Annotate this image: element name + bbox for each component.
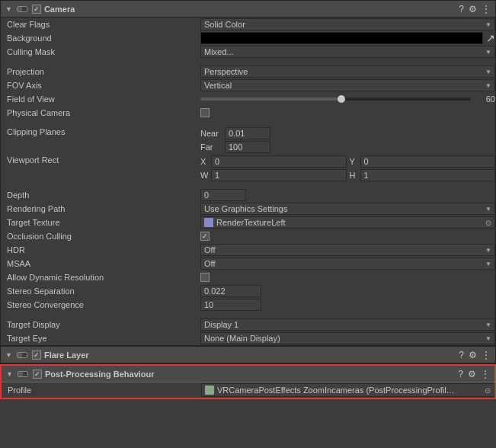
clipping-planes-row: Clipping Planes Near 0.01 Far 100	[1, 126, 495, 154]
stereo-separation-row: Stereo Separation 0.022	[1, 284, 495, 298]
stereo-separation-value: 0.022	[200, 285, 495, 297]
occlusion-culling-label: Occlusion Culling	[1, 232, 200, 241]
fov-row: Field of View 60	[1, 92, 495, 106]
fov-slider-value: 60	[474, 94, 495, 104]
hdr-label: HDR	[1, 245, 200, 254]
depth-input[interactable]: 0	[200, 189, 246, 201]
target-texture-field[interactable]: RenderTextureLeft ⊙	[200, 216, 495, 229]
profile-pick-icon[interactable]: ⊙	[485, 386, 491, 395]
stereo-convergence-row: Stereo Convergence 10	[1, 298, 495, 312]
target-eye-dropdown[interactable]: None (Main Display) ▼	[200, 332, 495, 344]
clear-flags-dropdown[interactable]: Solid Color ▼	[200, 18, 495, 30]
background-label: Background	[1, 34, 200, 43]
camera-enabled-checkbox[interactable]	[32, 5, 41, 14]
profile-row: Profile VRCameraPostEffects ZoomIncamera…	[2, 382, 494, 398]
near-label: Near	[200, 129, 222, 138]
background-expand-icon[interactable]: ↗	[486, 32, 495, 44]
occlusion-culling-checkbox[interactable]	[200, 232, 210, 241]
flare-toggle-icon[interactable]	[17, 352, 27, 358]
background-row: Background ↗	[1, 31, 495, 45]
rendering-path-dropdown[interactable]: Use Graphics Settings ▼	[200, 203, 495, 215]
projection-label: Projection	[1, 67, 200, 76]
projection-dropdown[interactable]: Perspective ▼	[200, 66, 495, 78]
msaa-dropdown[interactable]: Off ▼	[200, 258, 495, 270]
stereo-separation-input[interactable]: 0.022	[200, 285, 261, 297]
fov-value: 60	[200, 94, 495, 104]
rect-h-input[interactable]: 1	[360, 169, 496, 181]
rect-y-label: Y	[350, 157, 359, 166]
pp-menu-icon[interactable]: ⋮	[481, 369, 490, 379]
rendering-path-value: Use Graphics Settings ▼	[200, 203, 495, 215]
spacer-1	[1, 59, 495, 65]
camera-header-icons: ? ⚙ ⋮	[459, 4, 491, 14]
msaa-value: Off ▼	[200, 258, 495, 270]
pp-settings-icon[interactable]: ⚙	[468, 369, 476, 379]
far-input[interactable]: 100	[225, 141, 270, 153]
fov-slider-track[interactable]	[200, 98, 471, 101]
allow-dynamic-resolution-row: Allow Dynamic Resolution	[1, 270, 495, 284]
near-input[interactable]: 0.01	[225, 127, 270, 139]
projection-row: Projection Perspective ▼	[1, 65, 495, 78]
rect-x-input[interactable]: 0	[211, 155, 347, 168]
fov-axis-dropdown[interactable]: Vertical ▼	[200, 79, 495, 91]
pp-expand-icon[interactable]: ▼	[6, 370, 13, 378]
stereo-convergence-label: Stereo Convergence	[1, 300, 200, 309]
background-color-swatch[interactable]	[200, 32, 483, 44]
flare-settings-icon[interactable]: ⚙	[469, 350, 477, 360]
target-display-dropdown[interactable]: Display 1 ▼	[200, 318, 495, 331]
target-display-row: Target Display Display 1 ▼	[1, 318, 495, 331]
far-label: Far	[200, 142, 222, 152]
rect-y-input[interactable]: 0	[360, 155, 496, 168]
texture-icon	[204, 218, 213, 227]
flare-menu-icon[interactable]: ⋮	[482, 350, 491, 360]
flare-enabled-checkbox[interactable]	[32, 350, 41, 360]
target-eye-value: None (Main Display) ▼	[200, 332, 495, 344]
rect-x-cell: X 0	[200, 155, 347, 168]
fov-slider-container: 60	[200, 94, 495, 104]
post-processing-header: ▼ Post-Processing Behaviour ? ⚙ ⋮	[2, 366, 494, 382]
target-texture-value: RenderTextureLeft ⊙	[200, 216, 495, 229]
rect-w-input[interactable]: 1	[211, 169, 347, 181]
target-eye-arrow-icon: ▼	[485, 335, 491, 342]
physical-camera-row: Physical Camera	[1, 106, 495, 120]
allow-dynamic-resolution-value	[200, 273, 495, 282]
hdr-value: Off ▼	[200, 244, 495, 256]
pp-help-icon[interactable]: ?	[458, 369, 463, 379]
culling-mask-value: Mixed... ▼	[200, 46, 495, 58]
clipping-container: Near 0.01 Far 100	[200, 127, 495, 153]
clear-flags-arrow-icon: ▼	[485, 21, 491, 28]
target-eye-row: Target Eye None (Main Display) ▼	[1, 331, 495, 345]
stereo-convergence-value: 10	[200, 299, 495, 311]
msaa-arrow-icon: ▼	[485, 261, 491, 267]
expand-arrow-icon[interactable]: ▼	[5, 5, 12, 13]
occlusion-culling-value	[200, 232, 495, 241]
fov-slider-thumb[interactable]	[338, 95, 345, 103]
target-texture-label: Target Texture	[1, 218, 200, 227]
rendering-path-row: Rendering Path Use Graphics Settings ▼	[1, 202, 495, 216]
settings-icon[interactable]: ⚙	[469, 4, 477, 14]
culling-mask-label: Culling Mask	[1, 47, 200, 56]
hdr-dropdown[interactable]: Off ▼	[200, 244, 495, 256]
texture-pick-icon[interactable]: ⊙	[485, 219, 491, 227]
help-icon[interactable]: ?	[459, 4, 464, 14]
culling-mask-dropdown[interactable]: Mixed... ▼	[200, 46, 495, 58]
camera-panel-header: ▼ Camera ? ⚙ ⋮	[1, 1, 495, 18]
pp-enabled-checkbox[interactable]	[33, 370, 42, 379]
physical-camera-value	[200, 108, 495, 117]
profile-label: Profile	[2, 386, 201, 395]
viewport-rect-value: X 0 Y 0 W 1 H	[200, 155, 495, 181]
profile-value-field[interactable]: VRCameraPostEffects ZoomIncameras (PostP…	[201, 383, 494, 397]
stereo-convergence-input[interactable]: 10	[200, 299, 261, 311]
flare-layer-title: Flare Layer	[44, 350, 456, 360]
toggle-icon[interactable]	[17, 6, 27, 12]
physical-camera-checkbox[interactable]	[200, 108, 210, 117]
background-value: ↗	[200, 32, 495, 44]
flare-expand-icon[interactable]: ▼	[5, 351, 12, 359]
pp-toggle-icon[interactable]	[18, 371, 28, 377]
projection-arrow-icon: ▼	[485, 69, 491, 75]
msaa-label: MSAA	[1, 259, 200, 268]
allow-dynamic-resolution-checkbox[interactable]	[200, 273, 210, 282]
clear-flags-row: Clear Flags Solid Color ▼	[1, 18, 495, 31]
menu-icon[interactable]: ⋮	[482, 4, 491, 14]
flare-help-icon[interactable]: ?	[459, 350, 464, 360]
